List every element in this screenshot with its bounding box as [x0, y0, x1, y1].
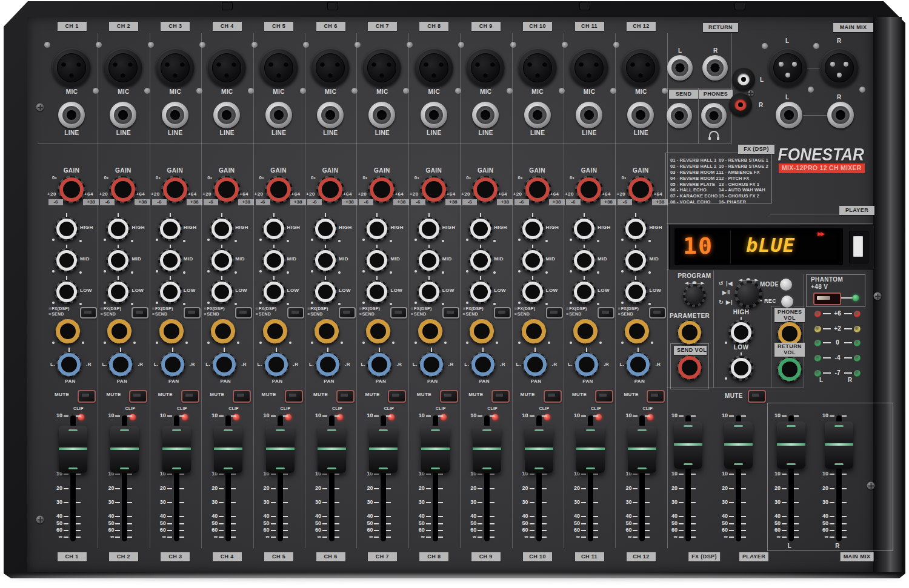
eq-mid-knob[interactable]	[106, 248, 130, 273]
channel-fader[interactable]: 10505102030405060∞	[408, 414, 460, 544]
fx-send-button[interactable]	[80, 307, 97, 319]
rec-button[interactable]	[781, 296, 793, 308]
eq-mid-knob[interactable]	[55, 248, 79, 273]
player-mute-button[interactable]	[748, 390, 766, 403]
eq-high-knob[interactable]	[572, 217, 596, 241]
pan-knob[interactable]	[315, 352, 341, 377]
player-fader[interactable]: 10505102030405060∞	[711, 414, 763, 544]
eq-low-knob[interactable]	[572, 280, 596, 304]
eq-low-knob[interactable]	[158, 280, 182, 304]
fx-send-knob[interactable]	[55, 319, 81, 344]
mute-button[interactable]	[388, 390, 406, 403]
fx-send-button[interactable]	[235, 307, 252, 319]
eq-high-knob[interactable]	[106, 217, 130, 241]
fx-send-knob[interactable]	[624, 319, 650, 344]
fx-send-knob[interactable]	[107, 319, 132, 344]
mute-button[interactable]	[595, 390, 613, 403]
eq-mid-knob[interactable]	[313, 248, 338, 273]
eq-mid-knob[interactable]	[210, 248, 234, 273]
fx-send-button[interactable]	[442, 307, 459, 319]
eq-high-knob[interactable]	[468, 217, 493, 241]
eq-low-knob[interactable]	[55, 280, 79, 304]
pan-knob[interactable]	[264, 352, 289, 377]
fx-send-button[interactable]	[546, 307, 563, 319]
channel-fader[interactable]: 10505102030405060∞	[460, 414, 511, 544]
fx-send-button[interactable]	[390, 307, 407, 319]
fx-send-button[interactable]	[339, 307, 356, 319]
phantom-switch[interactable]	[813, 292, 841, 305]
pan-knob[interactable]	[108, 352, 133, 377]
eq-low-knob[interactable]	[365, 280, 389, 304]
mute-button[interactable]	[544, 390, 562, 403]
pan-knob[interactable]	[574, 352, 599, 377]
return-vol-knob[interactable]	[777, 357, 802, 382]
mute-button[interactable]	[233, 390, 251, 403]
channel-fader[interactable]: 10505102030405060∞	[615, 414, 667, 544]
pan-knob[interactable]	[160, 352, 185, 377]
eq-high-knob[interactable]	[417, 217, 441, 241]
eq-high-knob[interactable]	[365, 217, 389, 241]
eq-mid-knob[interactable]	[468, 248, 493, 273]
mute-button[interactable]	[647, 390, 665, 403]
eq-high-knob[interactable]	[262, 217, 286, 241]
player-encoder-knob[interactable]	[734, 280, 762, 308]
player-low-knob[interactable]	[728, 355, 754, 381]
eq-mid-knob[interactable]	[521, 248, 545, 273]
mute-button[interactable]	[285, 390, 303, 403]
pan-knob[interactable]	[419, 352, 444, 377]
main-mix-r-fader[interactable]: 10505102030405060∞	[812, 414, 864, 544]
eq-high-knob[interactable]	[624, 217, 648, 241]
channel-fader[interactable]: 10505102030405060∞	[201, 414, 253, 544]
pan-knob[interactable]	[522, 352, 548, 377]
channel-fader[interactable]: 10505102030405060∞	[356, 414, 408, 544]
eq-high-knob[interactable]	[313, 217, 338, 241]
eq-mid-knob[interactable]	[262, 248, 286, 273]
fx-dsp-fader[interactable]: 10505102030405060∞	[661, 414, 713, 544]
fx-send-knob[interactable]	[418, 319, 443, 344]
eq-high-knob[interactable]	[521, 217, 545, 241]
eq-low-knob[interactable]	[106, 280, 130, 304]
fx-send-knob[interactable]	[573, 319, 598, 344]
eq-mid-knob[interactable]	[365, 248, 389, 273]
eq-low-knob[interactable]	[262, 280, 286, 304]
eq-low-knob[interactable]	[210, 280, 234, 304]
eq-mid-knob[interactable]	[624, 248, 648, 273]
pan-knob[interactable]	[470, 352, 496, 377]
fx-send-knob[interactable]	[314, 319, 339, 344]
eq-mid-knob[interactable]	[417, 248, 441, 273]
channel-fader[interactable]: 10505102030405060∞	[150, 414, 201, 544]
pan-knob[interactable]	[625, 352, 651, 377]
pan-knob[interactable]	[56, 352, 82, 377]
fx-send-button[interactable]	[132, 307, 148, 319]
mute-button[interactable]	[129, 390, 147, 403]
channel-fader[interactable]: 10505102030405060∞	[98, 414, 149, 544]
fx-send-knob[interactable]	[365, 319, 391, 344]
eq-low-knob[interactable]	[624, 280, 648, 304]
eq-low-knob[interactable]	[313, 280, 338, 304]
eq-low-knob[interactable]	[521, 280, 545, 304]
channel-fader[interactable]: 10505102030405060∞	[512, 414, 564, 544]
fx-send-button[interactable]	[649, 307, 666, 319]
mode-button[interactable]	[780, 279, 792, 291]
eq-mid-knob[interactable]	[158, 248, 182, 273]
channel-fader[interactable]: 10505102030405060∞	[46, 414, 98, 544]
fx-send-button[interactable]	[494, 307, 511, 319]
eq-high-knob[interactable]	[55, 217, 79, 241]
player-high-knob[interactable]	[728, 320, 754, 345]
fx-send-knob[interactable]	[210, 319, 236, 344]
mute-button[interactable]	[440, 390, 458, 403]
fx-send-knob[interactable]	[521, 319, 547, 344]
fx-send-knob[interactable]	[159, 319, 184, 344]
program-knob[interactable]	[683, 284, 706, 307]
parameter-knob[interactable]	[677, 320, 702, 345]
eq-low-knob[interactable]	[417, 280, 441, 304]
fx-send-knob[interactable]	[262, 319, 288, 344]
fx-send-button[interactable]	[287, 307, 304, 319]
eq-low-knob[interactable]	[468, 280, 493, 304]
mute-button[interactable]	[78, 390, 96, 403]
channel-fader[interactable]: 10505102030405060∞	[253, 414, 305, 544]
pan-knob[interactable]	[211, 352, 237, 377]
eq-mid-knob[interactable]	[572, 248, 596, 273]
main-mix-l-fader[interactable]: 10505102030405060∞	[764, 414, 816, 544]
channel-fader[interactable]: 10505102030405060∞	[564, 414, 615, 544]
